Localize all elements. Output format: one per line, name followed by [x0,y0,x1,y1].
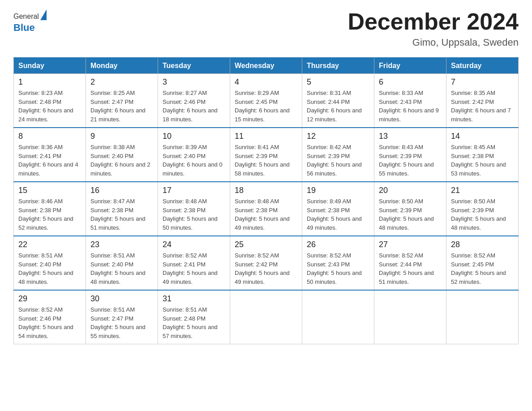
day-info: Sunrise: 8:50 AMSunset: 2:39 PMDaylight:… [451,197,514,232]
day-info: Sunrise: 8:52 AMSunset: 2:41 PMDaylight:… [163,251,225,286]
day-cell: 6 Sunrise: 8:33 AMSunset: 2:43 PMDayligh… [374,74,446,128]
day-cell: 5 Sunrise: 8:31 AMSunset: 2:44 PMDayligh… [302,74,374,128]
weekday-header-tuesday: Tuesday [158,58,230,74]
day-info: Sunrise: 8:43 AMSunset: 2:39 PMDaylight:… [379,143,442,178]
day-info: Sunrise: 8:51 AMSunset: 2:40 PMDaylight:… [18,251,81,286]
day-cell: 16 Sunrise: 8:47 AMSunset: 2:38 PMDaylig… [86,182,158,236]
day-number: 15 [18,186,81,195]
week-row-1: 1 Sunrise: 8:23 AMSunset: 2:48 PMDayligh… [14,74,519,128]
day-number: 2 [90,77,153,87]
day-cell: 25 Sunrise: 8:52 AMSunset: 2:42 PMDaylig… [230,236,302,290]
day-number: 12 [307,132,369,141]
day-cell: 7 Sunrise: 8:35 AMSunset: 2:42 PMDayligh… [446,74,519,128]
day-number: 10 [163,132,225,141]
day-info: Sunrise: 8:49 AMSunset: 2:38 PMDaylight:… [307,197,369,232]
weekday-header-thursday: Thursday [302,58,374,74]
day-cell: 2 Sunrise: 8:25 AMSunset: 2:47 PMDayligh… [86,74,158,128]
day-cell [230,290,302,344]
day-number: 17 [163,186,225,195]
logo: General Blue [13,9,47,34]
day-cell: 22 Sunrise: 8:51 AMSunset: 2:40 PMDaylig… [14,236,86,290]
week-row-3: 15 Sunrise: 8:46 AMSunset: 2:38 PMDaylig… [14,182,519,236]
weekday-header-sunday: Sunday [14,58,86,74]
day-number: 30 [90,294,153,304]
day-cell: 8 Sunrise: 8:36 AMSunset: 2:41 PMDayligh… [14,128,86,182]
day-info: Sunrise: 8:47 AMSunset: 2:38 PMDaylight:… [90,197,153,232]
day-info: Sunrise: 8:52 AMSunset: 2:46 PMDaylight:… [18,305,81,340]
day-cell: 30 Sunrise: 8:51 AMSunset: 2:47 PMDaylig… [86,290,158,344]
day-cell: 28 Sunrise: 8:52 AMSunset: 2:45 PMDaylig… [446,236,519,290]
day-info: Sunrise: 8:27 AMSunset: 2:46 PMDaylight:… [163,89,225,124]
day-number: 16 [90,186,153,195]
day-number: 14 [451,132,514,141]
day-number: 24 [163,240,225,249]
day-cell: 18 Sunrise: 8:48 AMSunset: 2:38 PMDaylig… [230,182,302,236]
day-info: Sunrise: 8:52 AMSunset: 2:43 PMDaylight:… [307,251,369,286]
day-cell: 24 Sunrise: 8:52 AMSunset: 2:41 PMDaylig… [158,236,230,290]
day-number: 11 [235,132,297,141]
day-cell: 9 Sunrise: 8:38 AMSunset: 2:40 PMDayligh… [86,128,158,182]
day-info: Sunrise: 8:39 AMSunset: 2:40 PMDaylight:… [163,143,225,178]
day-cell: 13 Sunrise: 8:43 AMSunset: 2:39 PMDaylig… [374,128,446,182]
day-number: 8 [18,132,81,141]
day-cell [446,290,519,344]
calendar-title: December 2024 [348,9,519,34]
day-info: Sunrise: 8:48 AMSunset: 2:38 PMDaylight:… [163,197,225,232]
day-info: Sunrise: 8:51 AMSunset: 2:48 PMDaylight:… [163,305,225,340]
day-info: Sunrise: 8:52 AMSunset: 2:45 PMDaylight:… [451,251,514,286]
day-info: Sunrise: 8:46 AMSunset: 2:38 PMDaylight:… [18,197,81,232]
day-number: 27 [379,240,442,249]
day-number: 4 [235,77,297,87]
day-info: Sunrise: 8:52 AMSunset: 2:44 PMDaylight:… [379,251,442,286]
day-number: 28 [451,240,514,249]
weekday-header-wednesday: Wednesday [230,58,302,74]
day-number: 23 [90,240,153,249]
week-row-4: 22 Sunrise: 8:51 AMSunset: 2:40 PMDaylig… [14,236,519,290]
day-cell: 19 Sunrise: 8:49 AMSunset: 2:38 PMDaylig… [302,182,374,236]
day-number: 31 [163,294,225,304]
day-info: Sunrise: 8:51 AMSunset: 2:47 PMDaylight:… [90,305,153,340]
week-row-5: 29 Sunrise: 8:52 AMSunset: 2:46 PMDaylig… [14,290,519,344]
page-header: General Blue December 2024 Gimo, Uppsala… [13,9,519,48]
day-info: Sunrise: 8:31 AMSunset: 2:44 PMDaylight:… [307,89,369,124]
day-cell: 27 Sunrise: 8:52 AMSunset: 2:44 PMDaylig… [374,236,446,290]
day-info: Sunrise: 8:23 AMSunset: 2:48 PMDaylight:… [18,89,81,124]
day-number: 3 [163,77,225,87]
day-number: 7 [451,77,514,87]
day-info: Sunrise: 8:42 AMSunset: 2:39 PMDaylight:… [307,143,369,178]
day-info: Sunrise: 8:29 AMSunset: 2:45 PMDaylight:… [235,89,297,124]
day-number: 18 [235,186,297,195]
day-info: Sunrise: 8:52 AMSunset: 2:42 PMDaylight:… [235,251,297,286]
title-area: December 2024 Gimo, Uppsala, Sweden [348,9,519,48]
day-number: 25 [235,240,297,249]
day-number: 21 [451,186,514,195]
weekday-header-monday: Monday [86,58,158,74]
day-cell: 14 Sunrise: 8:45 AMSunset: 2:38 PMDaylig… [446,128,519,182]
day-info: Sunrise: 8:35 AMSunset: 2:42 PMDaylight:… [451,89,514,124]
day-cell: 23 Sunrise: 8:51 AMSunset: 2:40 PMDaylig… [86,236,158,290]
calendar-subtitle: Gimo, Uppsala, Sweden [348,37,519,48]
weekday-header-friday: Friday [374,58,446,74]
week-row-2: 8 Sunrise: 8:36 AMSunset: 2:41 PMDayligh… [14,128,519,182]
day-cell: 17 Sunrise: 8:48 AMSunset: 2:38 PMDaylig… [158,182,230,236]
day-number: 19 [307,186,369,195]
day-number: 6 [379,77,442,87]
logo-blue-text: Blue [13,22,47,34]
day-cell: 31 Sunrise: 8:51 AMSunset: 2:48 PMDaylig… [158,290,230,344]
day-number: 1 [18,77,81,87]
day-number: 20 [379,186,442,195]
day-cell: 26 Sunrise: 8:52 AMSunset: 2:43 PMDaylig… [302,236,374,290]
day-cell: 12 Sunrise: 8:42 AMSunset: 2:39 PMDaylig… [302,128,374,182]
day-cell: 29 Sunrise: 8:52 AMSunset: 2:46 PMDaylig… [14,290,86,344]
day-info: Sunrise: 8:41 AMSunset: 2:39 PMDaylight:… [235,143,297,178]
day-cell [302,290,374,344]
day-info: Sunrise: 8:33 AMSunset: 2:43 PMDaylight:… [379,89,442,124]
day-cell: 15 Sunrise: 8:46 AMSunset: 2:38 PMDaylig… [14,182,86,236]
weekday-header-row: SundayMondayTuesdayWednesdayThursdayFrid… [14,58,519,74]
day-cell: 1 Sunrise: 8:23 AMSunset: 2:48 PMDayligh… [14,74,86,128]
day-number: 13 [379,132,442,141]
day-info: Sunrise: 8:45 AMSunset: 2:38 PMDaylight:… [451,143,514,178]
day-info: Sunrise: 8:51 AMSunset: 2:40 PMDaylight:… [90,251,153,286]
day-cell: 3 Sunrise: 8:27 AMSunset: 2:46 PMDayligh… [158,74,230,128]
day-cell [374,290,446,344]
